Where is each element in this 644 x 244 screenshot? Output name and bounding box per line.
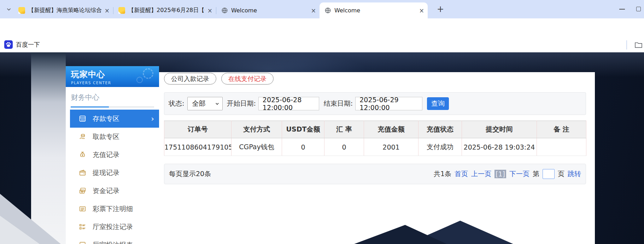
- browser-tab-3[interactable]: Welcome ×: [216, 2, 320, 18]
- sidebar-subtitle: PLAYERS CENTER: [71, 81, 159, 85]
- new-tab-button[interactable]: +: [435, 4, 445, 14]
- table-header-row: 订单号 支付方式 USDT金额 汇 率 充值金额 充值状态 提交时间 备 注: [164, 121, 586, 138]
- browser-tab-1[interactable]: 【新提醒】海燕策略论坛综合交 ×: [13, 2, 113, 18]
- records-table: 订单号 支付方式 USDT金额 汇 率 充值金额 充值状态 提交时间 备 注 1…: [164, 121, 586, 156]
- sidebar-item-funds-records[interactable]: 资金记录: [70, 182, 159, 200]
- header-recharge-amount: 充值金额: [364, 121, 418, 138]
- globe-icon: [324, 7, 331, 14]
- cell-submit-time: 2025-06-28 19:03:24: [462, 138, 537, 156]
- chevron-down-icon: [6, 6, 12, 12]
- status-select[interactable]: 全部: [187, 97, 223, 110]
- cell-order-no: 1751108604179105: [164, 138, 232, 156]
- sidebar-item-deposit[interactable]: 存款专区 ›: [70, 110, 159, 128]
- cell-exchange-rate: 0: [324, 138, 364, 156]
- folder-icon[interactable]: [634, 40, 643, 49]
- sidebar-item-label: 充值记录: [93, 150, 119, 159]
- sidebar-item-label: 提现记录: [93, 168, 119, 178]
- header-order-no: 订单号: [164, 121, 232, 138]
- start-date-label: 开始日期:: [227, 99, 256, 108]
- cell-payment-method: CGPay钱包: [232, 138, 282, 156]
- checklist-icon: [78, 223, 87, 231]
- sidebar-item-label: 彩票下注明细: [93, 204, 133, 214]
- browser-tab-4-active[interactable]: Welcome ×: [320, 2, 428, 18]
- current-page-indicator: [1]: [494, 170, 506, 178]
- main-content: 公司入款记录 在线支付记录 状态: 全部 开始日期: 2025-06-28 12…: [159, 72, 595, 244]
- tab-bar: 【新提醒】海燕策略论坛综合交 × 【新提醒】2025年6月28日【金 × Wel…: [0, 0, 644, 18]
- tab-title: 【新提醒】海燕策略论坛综合交: [28, 7, 102, 14]
- tab-close-icon[interactable]: ×: [308, 7, 316, 14]
- wallet-icon: [78, 169, 87, 177]
- page-size-text: 每页显示20条: [169, 169, 211, 179]
- chevron-right-icon: ›: [151, 115, 154, 123]
- status-label: 状态:: [169, 99, 184, 108]
- sidebar-item-recharge-records[interactable]: 充值记录: [70, 146, 159, 164]
- forum-favicon-icon: [118, 7, 125, 14]
- globe-icon: [221, 7, 228, 14]
- cell-usdt-amount: 0: [282, 138, 324, 156]
- tab-close-icon[interactable]: ×: [102, 7, 110, 14]
- total-count-text: 共1条: [434, 169, 451, 179]
- header-recharge-status: 充值状态: [418, 121, 462, 138]
- tab-company-deposit-records[interactable]: 公司入款记录: [164, 73, 216, 85]
- report-icon: [78, 241, 87, 244]
- sidebar-item-label: 存款专区: [93, 114, 119, 123]
- poker-chip-icon: [143, 68, 153, 79]
- site-page: 玩家中心 PLAYERS CENTER 财务中心 存款专区 › 取款专区: [0, 52, 644, 244]
- pagination-bar: 每页显示20条 共1条 首页 上一页 [1] 下一页 第 页 跳转: [164, 164, 586, 184]
- sidebar-section-title: 财务中心: [71, 93, 159, 102]
- sidebar-item-label: 厅室投注报表: [93, 240, 133, 244]
- hand-coins-icon: [78, 133, 87, 141]
- tab-close-icon[interactable]: ×: [416, 7, 424, 14]
- record-type-tabs: 公司入款记录 在线支付记录: [164, 73, 274, 85]
- cell-recharge-amount: 2001: [364, 138, 418, 156]
- address-toolbar: ← → js13.cc/hhcp/usercenter.html?iniType…: [0, 18, 644, 37]
- money-bag-icon: [78, 151, 87, 159]
- sidebar-header: 玩家中心 PLAYERS CENTER: [66, 66, 159, 87]
- start-date-input[interactable]: 2025-06-28 12:00:00: [258, 97, 319, 110]
- sidebar-divider: [71, 106, 154, 108]
- end-date-input[interactable]: 2025-06-29 12:00:00: [355, 97, 422, 110]
- browser-tab-2[interactable]: 【新提醒】2025年6月28日【金 ×: [113, 2, 216, 18]
- window-minimize-button[interactable]: [619, 9, 625, 10]
- tab-title: 【新提醒】2025年6月28日【金: [128, 7, 205, 14]
- page-jump-input[interactable]: [543, 169, 555, 179]
- tab-title: Welcome: [334, 7, 360, 14]
- chevron-down-icon: [215, 101, 220, 106]
- sidebar-item-hall-bet-records[interactable]: 厅室投注记录: [70, 218, 159, 236]
- next-page-link[interactable]: 下一页: [509, 169, 529, 179]
- jump-prefix-label: 第: [533, 169, 539, 179]
- query-button[interactable]: 查询: [427, 97, 449, 110]
- filter-panel: 状态: 全部 开始日期: 2025-06-28 12:00:00 结束日期: 2…: [164, 92, 586, 115]
- bookmarks-bar: 百度一下: [0, 37, 644, 52]
- table-row: 1751108604179105 CGPay钱包 0 0 2001 支付成功 2…: [164, 138, 586, 156]
- tab-close-icon[interactable]: ×: [205, 7, 212, 14]
- window-maximize-button[interactable]: [636, 7, 641, 11]
- sidebar-item-withdrawal-records[interactable]: 提现记录: [70, 164, 159, 182]
- sidebar-item-label: 资金记录: [93, 186, 119, 196]
- players-center-sidebar: 玩家中心 PLAYERS CENTER 财务中心 存款专区 › 取款专区: [66, 66, 159, 244]
- browser-window: 【新提醒】海燕策略论坛综合交 × 【新提醒】2025年6月28日【金 × Wel…: [0, 0, 644, 244]
- sidebar-divider-accent: [71, 106, 109, 108]
- first-page-link[interactable]: 首页: [455, 169, 468, 179]
- baidu-paw-icon: [4, 40, 13, 49]
- sidebar-menu: 存款专区 › 取款专区 充值记录 提现记录 资金记录: [70, 110, 159, 244]
- header-remark: 备 注: [537, 121, 586, 138]
- header-usdt-amount: USDT金额: [282, 121, 324, 138]
- sidebar-item-hall-bet-report[interactable]: 厅室投注报表: [70, 236, 159, 244]
- sidebar-item-withdraw-zone[interactable]: 取款专区: [70, 128, 159, 146]
- jump-suffix-label: 页: [558, 169, 564, 179]
- sidebar-item-lottery-bet-details[interactable]: 彩票下注明细: [70, 200, 159, 218]
- tab-online-payment-records[interactable]: 在线支付记录: [221, 73, 274, 85]
- prev-page-link[interactable]: 上一页: [471, 169, 491, 179]
- sidebar-item-label: 厅室投注记录: [93, 222, 133, 232]
- tab-search-button[interactable]: [4, 5, 14, 14]
- jump-action-link[interactable]: 跳转: [568, 169, 581, 179]
- deposit-machine-icon: [78, 115, 87, 123]
- bookmarks-separator: [626, 40, 627, 50]
- list-card-icon: [78, 205, 87, 213]
- header-payment-method: 支付方式: [232, 121, 282, 138]
- cell-recharge-status: 支付成功: [418, 138, 462, 156]
- header-exchange-rate: 汇 率: [324, 121, 364, 138]
- end-date-label: 结束日期:: [324, 99, 353, 108]
- bookmark-baidu[interactable]: 百度一下: [4, 40, 40, 49]
